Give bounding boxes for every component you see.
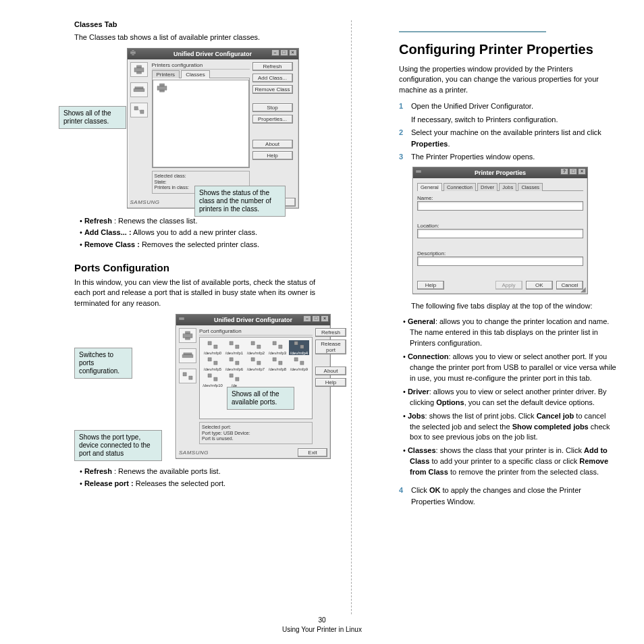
desc-connection: Connection: allows you to view or select… (410, 352, 617, 384)
help-button[interactable]: Help (252, 151, 293, 160)
help-button[interactable]: Help (315, 378, 346, 387)
refresh-button[interactable]: Refresh (315, 328, 346, 337)
tab-connection[interactable]: Connection (444, 183, 476, 191)
classes-titlebar: Unified Driver Configurator –□× (128, 49, 298, 59)
ports-titlebar: Unified Driver Configurator –□× (176, 315, 330, 325)
properties-button[interactable]: Properties... (252, 115, 293, 124)
classes-intro: The Classes tab shows a list of availabl… (27, 32, 331, 43)
tab-jobs[interactable]: Jobs (499, 183, 516, 191)
location-field[interactable] (417, 229, 583, 238)
about-button[interactable]: About (252, 140, 293, 149)
description-field[interactable] (417, 257, 583, 266)
port-icon[interactable] (179, 369, 196, 383)
page-footer: 30 Using Your Printer in Linux (0, 616, 644, 635)
props-intro: Using the properties window provided by … (372, 64, 617, 95)
ports-status-box: Selected port: Port type: USB Device: Po… (199, 422, 313, 444)
desc-classes: Classes: shows the class that your print… (410, 446, 617, 478)
help-button[interactable]: Help (417, 281, 444, 290)
desc-driver: Driver: allows you to view or select ano… (410, 387, 617, 408)
step-1: Open the Unified Driver Configurator. (411, 102, 533, 110)
printer-icon[interactable] (130, 62, 148, 77)
exit-button[interactable]: Exit (298, 448, 327, 457)
scanner-icon[interactable] (130, 82, 148, 97)
about-button[interactable]: About (315, 367, 346, 375)
apply-button[interactable]: Apply (495, 281, 522, 290)
step-2: Select your machine on the available pri… (411, 128, 601, 148)
stop-button[interactable]: Stop (252, 103, 293, 112)
tab-printers[interactable]: Printers (152, 70, 180, 78)
refresh-button[interactable]: Refresh (252, 62, 293, 71)
ok-button[interactable]: OK (526, 281, 553, 290)
step-3: The Printer Properties window opens. (411, 153, 535, 161)
classes-section-label: Printers configuration (152, 62, 250, 70)
cancel-button[interactable]: Cancel (556, 281, 583, 290)
ports-heading: Ports Configuration (27, 262, 331, 273)
remove-class-button[interactable]: Remove Class (252, 85, 293, 94)
step-1b: If necessary, switch to Printers configu… (411, 114, 617, 126)
printer-properties-window: Printer Properties ?□× General Connectio… (412, 167, 588, 294)
release-port-button[interactable]: Release port (315, 340, 346, 354)
classes-title: Unified Driver Configurator (173, 51, 252, 57)
port-icon[interactable] (130, 103, 148, 117)
desc-general: General: allows you to change the printe… (410, 317, 617, 349)
tab-driver[interactable]: Driver (477, 183, 498, 191)
desc-jobs: Jobs: shows the list of print jobs. Clic… (410, 411, 617, 444)
tab-classes[interactable]: Classes (181, 70, 209, 78)
ports-bullets: Refresh : Renews the available ports lis… (27, 466, 331, 489)
printer-icon[interactable] (179, 328, 196, 343)
callout-ports-status: Shows the port type, device connected to… (74, 430, 162, 461)
tabs-intro: The following five tabs display at the t… (372, 301, 617, 311)
callout-classes-list: Shows all of the printer classes. (59, 106, 126, 129)
tab-general[interactable]: General (417, 183, 442, 191)
callout-ports-switch: Switches to ports configuration. (74, 348, 132, 379)
callout-classes-status: Shows the status of the class and the nu… (194, 186, 286, 217)
step-4: Click OK to apply the changes and close … (411, 486, 581, 506)
classes-bullets: Refresh : Renews the classes list. Add C… (27, 215, 331, 250)
tab-classes[interactable]: Classes (518, 183, 543, 191)
scanner-icon[interactable] (179, 348, 196, 363)
brand-label: SAMSUNG (130, 199, 160, 205)
callout-ports-list: Shows all of the available ports. (227, 387, 294, 410)
classes-window: Unified Driver Configurator –□× Printers… (127, 48, 299, 208)
classes-tab-heading: Classes Tab (27, 20, 331, 28)
add-class-button[interactable]: Add Class... (252, 74, 293, 82)
ports-intro: In this window, you can view the list of… (27, 277, 331, 308)
page-title: Configuring Printer Properties (372, 42, 617, 57)
name-field[interactable] (417, 201, 583, 211)
